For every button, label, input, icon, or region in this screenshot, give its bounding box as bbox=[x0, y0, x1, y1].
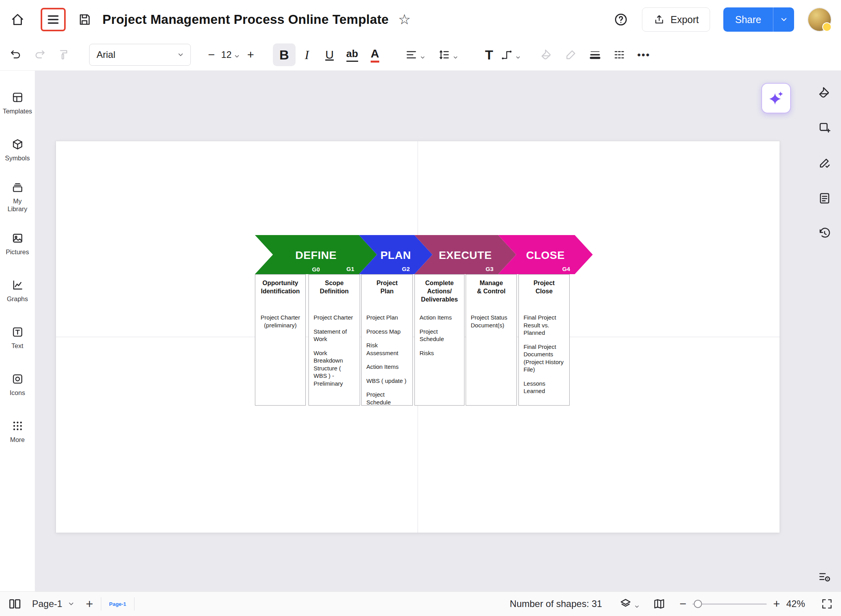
navigator-map-button[interactable] bbox=[653, 598, 665, 610]
zoom-slider-knob[interactable] bbox=[694, 600, 702, 608]
text-tool-button[interactable]: T bbox=[478, 43, 500, 66]
hamburger-menu-button[interactable] bbox=[46, 13, 60, 27]
italic-button[interactable]: I bbox=[296, 43, 318, 66]
page-selector-dropdown[interactable]: Page-1 bbox=[32, 598, 75, 609]
paint-bucket-icon bbox=[818, 86, 831, 99]
save-button[interactable] bbox=[77, 13, 91, 27]
theme-fill-button[interactable] bbox=[818, 86, 831, 99]
export-label: Export bbox=[671, 14, 699, 25]
library-icon bbox=[11, 181, 24, 194]
strikethrough-button[interactable]: ab bbox=[341, 43, 364, 66]
notes-panel-button[interactable] bbox=[818, 192, 831, 205]
line-spacing-icon bbox=[438, 48, 450, 61]
sidebar-item-symbols[interactable]: Symbols bbox=[0, 127, 35, 174]
insert-shape-button[interactable] bbox=[818, 121, 831, 135]
annotation-highlight-box bbox=[41, 8, 66, 31]
zoom-slider[interactable] bbox=[692, 603, 767, 605]
chevron-down-icon bbox=[67, 600, 75, 608]
chevron-down-icon bbox=[515, 54, 522, 61]
ai-assistant-button[interactable] bbox=[761, 83, 791, 113]
connector-tool-button[interactable] bbox=[500, 48, 522, 61]
divider bbox=[134, 597, 134, 611]
sidebar-item-more[interactable]: More bbox=[0, 408, 35, 455]
font-size-value: 12 bbox=[221, 49, 232, 60]
brush-check-icon bbox=[818, 156, 831, 170]
column-opportunity-identification[interactable]: Opportunity Identification Project Chart… bbox=[255, 274, 306, 406]
fullscreen-button[interactable] bbox=[821, 598, 833, 610]
font-size-increase-button[interactable]: + bbox=[247, 49, 254, 61]
canvas-area[interactable]: DEFINE G0 G1 PLAN G2 EXECUTE G3 CLOSE G4 bbox=[35, 70, 841, 592]
deliverable-item: Final Project Result vs. Planned bbox=[524, 314, 565, 337]
deliverable-item: Risk Assessment bbox=[366, 341, 408, 357]
page-tab-page-1[interactable]: Page-1 bbox=[109, 601, 126, 607]
text-align-button[interactable] bbox=[405, 48, 426, 61]
font-size-decrease-button[interactable]: − bbox=[208, 49, 215, 61]
line-weight-button[interactable] bbox=[589, 48, 601, 61]
more-tools-button[interactable]: ••• bbox=[637, 49, 650, 61]
redo-button[interactable] bbox=[34, 48, 46, 61]
align-left-icon bbox=[405, 48, 418, 61]
deliverable-item: Project Plan bbox=[366, 314, 408, 321]
deliverable-item: Lessons Learned bbox=[524, 380, 565, 395]
deliverable-item: Project Charter bbox=[314, 314, 355, 321]
right-tool-rail bbox=[808, 70, 841, 592]
dashed-line-icon bbox=[613, 48, 626, 61]
sidebar-item-text[interactable]: Text bbox=[0, 314, 35, 361]
outline-settings-button[interactable] bbox=[818, 570, 832, 584]
avatar[interactable] bbox=[808, 8, 831, 31]
deliverable-item: Risks bbox=[420, 349, 459, 357]
sidebar-item-graphs[interactable]: Graphs bbox=[0, 268, 35, 314]
undo-button[interactable] bbox=[9, 48, 22, 61]
underline-button[interactable]: U bbox=[318, 43, 341, 66]
header-right-group: Export Share bbox=[613, 7, 831, 32]
zoom-in-button[interactable]: + bbox=[773, 598, 780, 610]
connector-icon bbox=[500, 48, 513, 61]
pages-panel-button[interactable] bbox=[8, 597, 22, 611]
drawing-page[interactable]: DEFINE G0 G1 PLAN G2 EXECUTE G3 CLOSE G4 bbox=[56, 141, 780, 533]
chevron-down-icon bbox=[233, 52, 241, 60]
column-manage-control[interactable]: Manage & Control Project Status Document… bbox=[466, 274, 517, 406]
sidebar-item-my-library[interactable]: My Library bbox=[0, 174, 35, 221]
column-project-close[interactable]: Project Close Final Project Result vs. P… bbox=[518, 274, 570, 406]
line-weight-icon bbox=[589, 48, 601, 61]
insert-frame-icon bbox=[818, 121, 831, 135]
favorite-star-button[interactable]: ☆ bbox=[398, 13, 411, 27]
templates-icon bbox=[11, 91, 24, 104]
paint-bucket-icon bbox=[540, 48, 553, 61]
history-panel-button[interactable] bbox=[818, 227, 831, 240]
font-family-select[interactable]: Arial bbox=[89, 44, 191, 66]
column-project-plan[interactable]: Project Plan Project Plan Process Map Ri… bbox=[361, 274, 413, 406]
top-header: Project Management Process Online Templa… bbox=[0, 0, 841, 39]
outline-list-icon bbox=[818, 570, 832, 584]
zoom-out-button[interactable]: − bbox=[680, 598, 687, 610]
format-painter-button[interactable] bbox=[58, 48, 70, 61]
help-button[interactable] bbox=[613, 12, 629, 27]
column-scope-definition[interactable]: Scope Definition Project Charter Stateme… bbox=[308, 274, 360, 406]
phase-define[interactable]: DEFINE G0 G1 bbox=[255, 235, 377, 274]
layers-button[interactable] bbox=[619, 598, 640, 610]
home-button[interactable] bbox=[10, 12, 25, 27]
font-size-select[interactable]: 12 bbox=[221, 49, 241, 60]
style-brush-button[interactable] bbox=[818, 156, 831, 170]
sidebar-item-icons[interactable]: Icons bbox=[0, 361, 35, 408]
bold-button[interactable]: B bbox=[273, 43, 296, 66]
ai-sparkle-icon bbox=[767, 90, 785, 107]
deliverable-item: Project Charter (preliminary) bbox=[260, 314, 301, 329]
line-color-button[interactable] bbox=[565, 48, 577, 61]
line-spacing-button[interactable] bbox=[438, 48, 459, 61]
pictures-icon bbox=[11, 232, 24, 244]
share-split-button: Share bbox=[723, 7, 794, 32]
export-button[interactable]: Export bbox=[642, 7, 710, 32]
sidebar-item-pictures[interactable]: Pictures bbox=[0, 221, 35, 268]
add-page-button[interactable]: + bbox=[86, 598, 93, 610]
fill-color-button[interactable] bbox=[540, 48, 553, 61]
share-button[interactable]: Share bbox=[723, 7, 773, 32]
column-complete-actions-deliverables[interactable]: Complete Actions/ Deliverables Action It… bbox=[414, 274, 464, 406]
gate-label-g2: G2 bbox=[402, 266, 410, 272]
gate-label-g0: G0 bbox=[312, 266, 320, 273]
icons-icon bbox=[11, 373, 24, 385]
font-color-button[interactable]: A bbox=[364, 43, 386, 66]
share-dropdown-button[interactable] bbox=[773, 7, 794, 32]
line-style-button[interactable] bbox=[613, 48, 626, 61]
sidebar-item-templates[interactable]: Templates bbox=[0, 80, 35, 127]
